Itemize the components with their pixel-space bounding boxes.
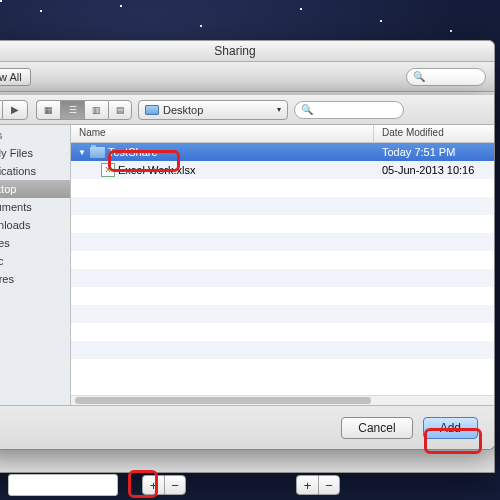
table-row xyxy=(71,215,494,233)
add-user-button[interactable]: + xyxy=(296,475,318,495)
preferences-toolbar: ow All 🔍 xyxy=(0,62,494,92)
sidebar-item-desktop[interactable]: esktop xyxy=(0,180,70,198)
table-row xyxy=(71,359,494,377)
table-row xyxy=(71,305,494,323)
table-row[interactable]: Excel Work.xlsx 05-Jun-2013 10:16 xyxy=(71,161,494,179)
sidebar-item-applications[interactable]: pplications xyxy=(0,162,70,180)
window-titlebar: Sharing xyxy=(0,41,494,62)
bottom-controls: + − + − xyxy=(0,474,500,496)
sidebar-item-downloads[interactable]: ownloads xyxy=(0,216,70,234)
cancel-button[interactable]: Cancel xyxy=(341,417,412,439)
table-row[interactable]: ▼ TestShare Today 7:51 PM xyxy=(71,143,494,161)
sidebar-item-movies[interactable]: ovies xyxy=(0,234,70,252)
horizontal-scrollbar[interactable] xyxy=(71,395,494,405)
file-chooser-sheet: ◀ ▶ ▦ ☰ ▥ ▤ Desktop ▾ 🔍 TES ll My Files … xyxy=(0,95,495,450)
preferences-search[interactable]: 🔍 xyxy=(406,68,486,86)
location-popup[interactable]: Desktop ▾ xyxy=(138,100,288,120)
sidebar: TES ll My Files pplications esktop ocume… xyxy=(0,125,71,405)
sidebar-favorites-header: TES xyxy=(0,125,70,144)
column-view-button[interactable]: ▥ xyxy=(84,100,108,120)
folders-add-remove: + − xyxy=(142,474,186,496)
remove-folder-button[interactable]: − xyxy=(164,475,186,495)
table-row xyxy=(71,233,494,251)
users-add-remove: + − xyxy=(296,474,340,496)
table-row xyxy=(71,269,494,287)
sidebar-item-pictures[interactable]: ctures xyxy=(0,270,70,288)
table-row xyxy=(71,251,494,269)
column-date-modified[interactable]: Date Modified xyxy=(374,125,494,142)
sheet-search[interactable]: 🔍 xyxy=(294,101,404,119)
window-title: Sharing xyxy=(214,44,255,58)
add-button[interactable]: Add xyxy=(423,417,478,439)
view-mode-buttons: ▦ ☰ ▥ ▤ xyxy=(36,100,132,120)
desktop-icon xyxy=(145,105,159,115)
table-row xyxy=(71,179,494,197)
search-icon: 🔍 xyxy=(413,71,425,82)
file-date: Today 7:51 PM xyxy=(374,146,494,158)
show-all-button[interactable]: ow All xyxy=(0,68,31,86)
table-row xyxy=(71,341,494,359)
file-name: Excel Work.xlsx xyxy=(118,164,195,176)
column-headers: Name Date Modified xyxy=(71,125,494,143)
sidebar-item-documents[interactable]: ocuments xyxy=(0,198,70,216)
scrollbar-thumb[interactable] xyxy=(75,397,371,404)
icon-view-button[interactable]: ▦ xyxy=(36,100,60,120)
xlsx-icon xyxy=(101,163,115,177)
forward-button[interactable]: ▶ xyxy=(2,100,28,120)
add-folder-button[interactable]: + xyxy=(142,475,164,495)
sheet-body: TES ll My Files pplications esktop ocume… xyxy=(0,125,494,405)
search-icon: 🔍 xyxy=(301,104,313,115)
disclosure-triangle-icon[interactable]: ▼ xyxy=(77,148,87,157)
nav-buttons: ◀ ▶ xyxy=(0,100,28,120)
file-date: 05-Jun-2013 10:16 xyxy=(374,164,494,176)
file-name: TestShare xyxy=(108,146,158,158)
file-rows: ▼ TestShare Today 7:51 PM Excel Work.xls… xyxy=(71,143,494,395)
file-listing: Name Date Modified ▼ TestShare Today 7:5… xyxy=(71,125,494,405)
table-row xyxy=(71,197,494,215)
table-row xyxy=(71,287,494,305)
sidebar-item-music[interactable]: usic xyxy=(0,252,70,270)
shared-folder-well xyxy=(8,474,118,496)
location-label: Desktop xyxy=(163,104,203,116)
column-name[interactable]: Name xyxy=(71,125,374,142)
sidebar-item-all-my-files[interactable]: ll My Files xyxy=(0,144,70,162)
folder-icon xyxy=(90,147,105,158)
list-view-button[interactable]: ☰ xyxy=(60,100,84,120)
coverflow-view-button[interactable]: ▤ xyxy=(108,100,132,120)
sheet-footer: Cancel Add xyxy=(0,405,494,449)
remove-user-button[interactable]: − xyxy=(318,475,340,495)
sheet-toolbar: ◀ ▶ ▦ ☰ ▥ ▤ Desktop ▾ 🔍 xyxy=(0,95,494,125)
table-row xyxy=(71,323,494,341)
chevron-down-icon: ▾ xyxy=(277,105,281,114)
